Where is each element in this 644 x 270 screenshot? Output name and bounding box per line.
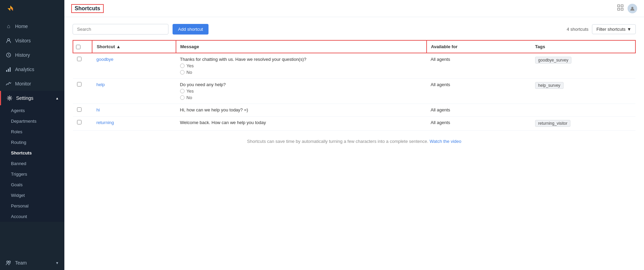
th-message: Message <box>176 40 427 53</box>
visitors-icon <box>5 38 12 44</box>
footer-note: Shortcuts can save time by automatically… <box>73 131 636 152</box>
sidebar-item-widget[interactable]: Widget <box>0 190 64 201</box>
radio-item-no[interactable]: No <box>180 95 422 100</box>
row-checkbox-cell <box>73 79 92 104</box>
page-title: Shortcuts <box>71 4 104 13</box>
chevron-down-icon: ▼ <box>55 261 59 265</box>
topbar-right <box>617 4 637 13</box>
select-all-checkbox[interactable] <box>76 45 80 49</box>
svg-rect-5 <box>6 70 7 72</box>
svg-rect-12 <box>621 5 623 7</box>
table-header-row: Shortcut ▲ Message Available for Tags <box>73 40 635 53</box>
sidebar-nav-item-history[interactable]: History <box>0 48 64 62</box>
sidebar-item-label: Home <box>15 24 28 29</box>
shortcuts-content: Add shortcut 4 shortcuts Filter shortcut… <box>64 17 644 270</box>
sidebar-nav-item-analytics[interactable]: Analytics <box>0 62 64 77</box>
row-tags: returning_visitor <box>531 117 635 131</box>
row-checkbox[interactable] <box>77 107 81 112</box>
row-shortcut[interactable]: help <box>92 79 176 104</box>
sidebar-nav-item-home[interactable]: ⌂ Home <box>0 19 64 33</box>
radio-label: Yes <box>187 89 194 94</box>
add-shortcut-button[interactable]: Add shortcut <box>173 24 209 35</box>
sidebar-item-banned[interactable]: Banned <box>0 158 64 169</box>
row-checkbox[interactable] <box>77 120 81 124</box>
radio-circle <box>180 95 185 100</box>
sidebar-team-header[interactable]: Team ▼ <box>0 256 64 270</box>
sidebar-item-personal[interactable]: Personal <box>0 201 64 211</box>
shortcut-link[interactable]: goodbye <box>96 57 113 62</box>
topbar: Shortcuts <box>64 0 644 17</box>
toolbar: Add shortcut 4 shortcuts Filter shortcut… <box>73 24 636 35</box>
settings-label: Settings <box>16 95 34 101</box>
toolbar-right: 4 shortcuts Filter shortcuts ▼ <box>567 24 636 34</box>
settings-icon <box>7 95 13 101</box>
sidebar-item-agents[interactable]: Agents <box>0 105 64 116</box>
sidebar-item-departments[interactable]: Departments <box>0 116 64 126</box>
team-label: Team <box>15 260 27 266</box>
row-checkbox[interactable] <box>77 57 81 61</box>
svg-marker-1 <box>8 8 10 11</box>
shortcuts-table: Shortcut ▲ Message Available for Tags go… <box>73 40 636 131</box>
sidebar-item-triggers[interactable]: Triggers <box>0 169 64 179</box>
row-available-for: All agents <box>427 117 531 131</box>
row-shortcut[interactable]: hi <box>92 104 176 117</box>
row-shortcut[interactable]: returning <box>92 117 176 131</box>
logo-icon <box>5 5 15 14</box>
message-text: Thanks for chatting with us. Have we res… <box>180 57 422 62</box>
row-checkbox[interactable] <box>77 82 81 86</box>
user-avatar[interactable] <box>628 4 637 13</box>
svg-rect-6 <box>8 69 9 72</box>
svg-point-3 <box>8 39 10 41</box>
radio-label: No <box>187 95 192 100</box>
shortcut-link[interactable]: hi <box>96 107 100 112</box>
sidebar-item-label: Monitor <box>15 81 31 86</box>
sidebar-nav-item-visitors[interactable]: Visitors <box>0 33 64 48</box>
message-text: Welcome back. How can we help you today <box>180 120 422 125</box>
team-icon <box>5 260 12 266</box>
radio-circle <box>180 70 185 75</box>
radio-item-yes[interactable]: Yes <box>180 63 422 68</box>
svg-marker-2 <box>10 8 13 11</box>
row-checkbox-cell <box>73 104 92 117</box>
table-row: hiHi, how can we help you today? =)All a… <box>73 104 635 117</box>
sidebar-item-goals[interactable]: Goals <box>0 179 64 190</box>
sidebar-nav-item-monitor[interactable]: Monitor <box>0 77 64 91</box>
home-icon: ⌂ <box>5 23 12 29</box>
sidebar-item-account[interactable]: Account <box>0 211 64 222</box>
shortcut-link[interactable]: help <box>96 82 105 87</box>
radio-circle <box>180 89 185 93</box>
sidebar-item-shortcuts[interactable]: Shortcuts <box>0 148 64 158</box>
radio-item-yes[interactable]: Yes <box>180 89 422 94</box>
analytics-icon <box>5 66 12 72</box>
table-row: returningWelcome back. How can we help y… <box>73 117 635 131</box>
message-text: Hi, how can we help you today? =) <box>180 107 422 112</box>
svg-rect-7 <box>10 67 11 72</box>
tag-badge: help_survey <box>535 82 564 89</box>
svg-rect-14 <box>621 8 623 10</box>
row-tags: goodbye_survey <box>531 53 635 79</box>
row-tags: help_survey <box>531 79 635 104</box>
radio-circle <box>180 64 185 68</box>
th-tags: Tags <box>531 40 635 53</box>
row-available-for: All agents <box>427 53 531 79</box>
th-shortcut: Shortcut ▲ <box>92 40 176 53</box>
tag-badge: returning_visitor <box>535 120 570 127</box>
grid-icon[interactable] <box>617 4 623 12</box>
chevron-up-icon: ▲ <box>55 96 59 100</box>
radio-label: Yes <box>187 63 194 68</box>
svg-rect-13 <box>618 8 620 10</box>
sidebar-settings-header[interactable]: Settings ▲ <box>0 91 64 105</box>
sidebar-bottom: Team ▼ <box>0 256 64 270</box>
message-text: Do you need any help? <box>180 82 422 87</box>
shortcut-link[interactable]: returning <box>96 120 114 125</box>
search-input[interactable] <box>73 24 168 35</box>
table-row: goodbyeThanks for chatting with us. Have… <box>73 53 635 79</box>
radio-item-no[interactable]: No <box>180 70 422 75</box>
svg-marker-0 <box>10 5 13 8</box>
footer-note-text: Shortcuts can save time by automatically… <box>247 139 428 144</box>
sidebar-item-routing[interactable]: Routing <box>0 137 64 148</box>
sidebar-item-roles[interactable]: Roles <box>0 126 64 137</box>
filter-shortcuts-button[interactable]: Filter shortcuts ▼ <box>592 24 636 34</box>
watch-video-link[interactable]: Watch the video <box>430 139 462 144</box>
row-shortcut[interactable]: goodbye <box>92 53 176 79</box>
